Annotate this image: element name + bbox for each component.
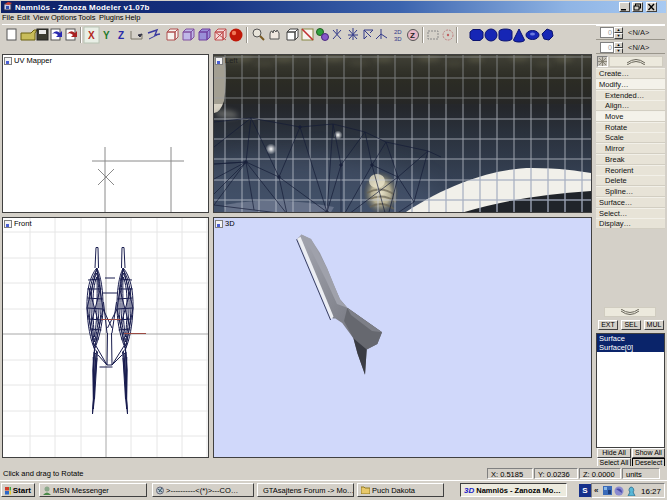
svg-text:Z: Z <box>410 31 415 40</box>
svg-text:2D: 2D <box>394 29 402 35</box>
svg-text:Z: Z <box>118 30 124 41</box>
svg-text:3D: 3D <box>394 36 402 42</box>
svg-text:X: X <box>88 30 95 41</box>
svg-text:Y: Y <box>103 30 110 41</box>
